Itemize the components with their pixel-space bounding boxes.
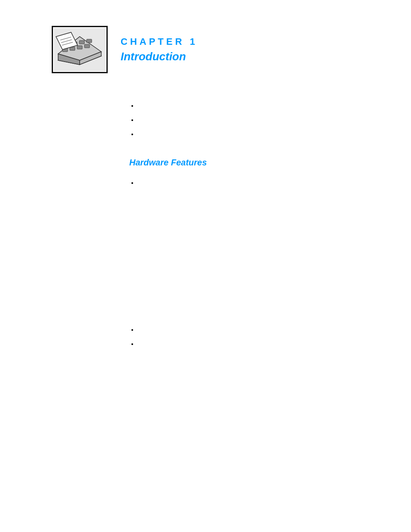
chapter-illustration xyxy=(54,28,106,71)
page: CHAPTER 1 Introduction Hardware Features xyxy=(0,0,411,532)
list-item xyxy=(138,128,377,141)
chapter-title-block: CHAPTER 1 Introduction xyxy=(121,36,198,63)
svg-rect-5 xyxy=(79,40,84,44)
hardware-features-heading: Hardware Features xyxy=(129,158,377,168)
list-item xyxy=(138,113,377,127)
chapter-name: Introduction xyxy=(121,50,198,63)
svg-rect-9 xyxy=(77,46,82,49)
intro-bullet-list xyxy=(138,99,377,140)
hardware-features-list xyxy=(138,176,377,190)
content-spacer xyxy=(129,202,377,323)
list-item xyxy=(138,337,377,351)
chapter-label: CHAPTER 1 xyxy=(121,36,198,47)
bottom-bullet-list xyxy=(138,323,377,351)
list-item xyxy=(138,99,377,112)
chapter-image xyxy=(52,26,108,73)
chapter-header: CHAPTER 1 Introduction xyxy=(52,26,377,73)
svg-rect-6 xyxy=(87,39,92,43)
list-item xyxy=(138,323,377,336)
svg-rect-10 xyxy=(84,44,90,48)
content-section: Hardware Features xyxy=(129,99,377,351)
list-item xyxy=(138,176,377,190)
